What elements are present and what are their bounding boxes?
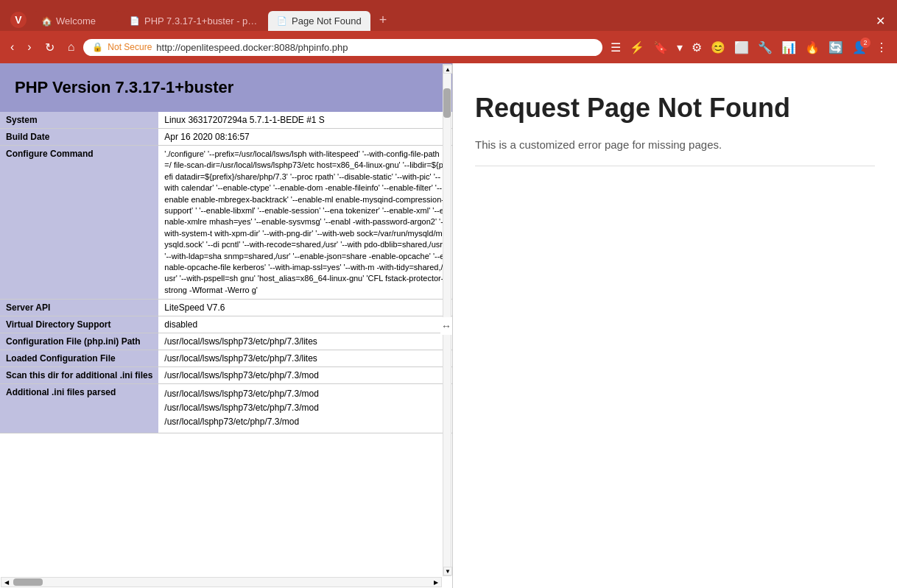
tab-phpinfo[interactable]: 📄 PHP 7.3.17-1+buster - ph... xyxy=(121,11,268,31)
browser-content: PHP Version 7.3.17-1+buster System Linux… xyxy=(0,63,897,588)
table-cell-label: System xyxy=(0,112,158,129)
table-cell-label: Loaded Configuration File xyxy=(0,350,158,367)
resize-handle[interactable]: ↔ xyxy=(440,317,452,335)
welcome-tab-icon: 🏠 xyxy=(41,16,52,26)
error-divider xyxy=(475,166,875,166)
bookmark-dropdown-icon[interactable]: ▾ xyxy=(673,38,686,57)
browser-window: V 🏠 Welcome 📄 PHP 7.3.17-1+buster - ph..… xyxy=(0,0,897,588)
tab-bar: V 🏠 Welcome 📄 PHP 7.3.17-1+buster - ph..… xyxy=(0,0,897,31)
menu-toolbar-icon[interactable]: ☰ xyxy=(607,38,625,57)
table-cell-label: Additional .ini files parsed xyxy=(0,384,158,433)
refresh-button[interactable]: ↻ xyxy=(41,38,59,57)
browser-menu-button[interactable]: V xyxy=(4,9,32,31)
notfound-tab-icon: 📄 xyxy=(277,16,287,26)
bookmark-icon[interactable]: 🔖 xyxy=(650,38,672,57)
tab-welcome[interactable]: 🏠 Welcome xyxy=(32,11,121,31)
table-row: Additional .ini files parsed /usr/local/… xyxy=(0,384,452,433)
address-bar: ‹ › ↻ ⌂ 🔒 Not Secure http://openlitespee… xyxy=(0,31,897,63)
table-cell-value: /usr/local/lsws/lsphp73/etc/php/7.3/lite… xyxy=(158,333,452,350)
screenshots-icon[interactable]: ⬜ xyxy=(731,38,753,57)
address-input-container[interactable]: 🔒 Not Secure http://openlitespeed.docker… xyxy=(83,39,602,56)
table-row: Loaded Configuration File /usr/local/lsw… xyxy=(0,350,452,367)
settings-icon[interactable]: ⚙ xyxy=(688,38,706,57)
scroll-up-arrow[interactable]: ▲ xyxy=(443,65,452,74)
profile-icon[interactable]: 👤 2 xyxy=(848,38,870,57)
sync-icon[interactable]: 🔄 xyxy=(825,38,847,57)
php-info-table: System Linux 36317207294a 5.7.1-1-BEDE #… xyxy=(0,112,452,433)
table-row: Scan this dir for additional .ini files … xyxy=(0,367,452,384)
forward-button[interactable]: › xyxy=(23,38,35,57)
table-cell-value: LiteSpeed V7.6 xyxy=(158,300,452,316)
table-cell-value: Apr 16 2020 08:16:57 xyxy=(158,129,452,146)
table-cell-value: disabled xyxy=(158,316,452,333)
php-version-title: PHP Version 7.3.17-1+buster xyxy=(15,78,437,97)
extensions-icon[interactable]: 🔧 xyxy=(754,38,776,57)
scroll-down-arrow[interactable]: ▼ xyxy=(443,567,452,575)
table-cell-value: /usr/local/lsws/lsphp73/etc/php/7.3/mod xyxy=(158,367,452,384)
error-page-title: Request Page Not Found xyxy=(475,93,875,124)
tab-notfound[interactable]: 📄 Page Not Found xyxy=(268,11,370,31)
back-button[interactable]: ‹ xyxy=(6,38,18,57)
table-cell-label: Build Date xyxy=(0,129,158,146)
lightning-icon[interactable]: ⚡ xyxy=(626,38,648,57)
fire-icon[interactable]: 🔥 xyxy=(801,38,823,57)
table-row: Server API LiteSpeed V7.6 xyxy=(0,300,452,316)
left-pane-phpinfo: PHP Version 7.3.17-1+buster System Linux… xyxy=(0,63,453,588)
table-row: Build Date Apr 16 2020 08:16:57 xyxy=(0,129,452,146)
close-window-button[interactable]: ✕ xyxy=(868,11,893,31)
php-header: PHP Version 7.3.17-1+buster xyxy=(0,63,452,112)
table-cell-value: /usr/local/lsws/lsphp73/etc/php/7.3/lite… xyxy=(158,350,452,367)
error-page-description: This is a customized error page for miss… xyxy=(475,138,875,151)
table-row: Virtual Directory Support disabled xyxy=(0,316,452,333)
phpinfo-scroll-container[interactable]: PHP Version 7.3.17-1+buster System Linux… xyxy=(0,63,452,588)
right-pane-error: Request Page Not Found This is a customi… xyxy=(453,63,897,588)
more-icon[interactable]: ⋮ xyxy=(872,38,891,57)
emoji-icon[interactable]: 😊 xyxy=(707,38,729,57)
php-info: PHP Version 7.3.17-1+buster System Linux… xyxy=(0,63,452,433)
table-cell-label: Server API xyxy=(0,300,158,316)
tab-welcome-label: Welcome xyxy=(56,15,112,26)
tab-notfound-label: Page Not Found xyxy=(292,15,362,26)
table-cell-value: Linux 36317207294a 5.7.1-1-BEDE #1 S xyxy=(158,112,452,129)
table-cell-label: Virtual Directory Support xyxy=(0,316,158,333)
table-cell-value-configure: './configure' '--prefix=/usr/local/lsws/… xyxy=(158,146,452,300)
table-cell-label: Scan this dir for additional .ini files xyxy=(0,367,158,384)
security-text: Not Secure xyxy=(108,42,152,52)
horizontal-scrollbar[interactable]: ◀ ▶ xyxy=(1,577,442,587)
toolbar-icons: ☰ ⚡ 🔖 ▾ ⚙ 😊 ⬜ 🔧 📊 🔥 🔄 👤 2 ⋮ xyxy=(607,38,891,57)
table-row: Configuration File (php.ini) Path /usr/l… xyxy=(0,333,452,350)
new-tab-button[interactable]: + xyxy=(373,10,393,31)
table-cell-label: Configure Command xyxy=(0,146,158,300)
scrollbar-thumb-v[interactable] xyxy=(443,88,451,118)
table-cell-label: Configuration File (php.ini) Path xyxy=(0,333,158,350)
scroll-right-arrow[interactable]: ▶ xyxy=(431,578,441,587)
stats-icon[interactable]: 📊 xyxy=(778,38,800,57)
scrollbar-thumb-h[interactable] xyxy=(13,578,43,586)
notification-badge: 2 xyxy=(860,38,870,48)
scroll-left-arrow[interactable]: ◀ xyxy=(1,578,12,587)
table-row: Configure Command './configure' '--prefi… xyxy=(0,146,452,300)
address-url[interactable]: http://openlitespeed.docker:8088/phpinfo… xyxy=(156,42,594,53)
table-cell-value: /usr/local/lsws/lsphp73/etc/php/7.3/mod/… xyxy=(158,384,452,433)
tab-phpinfo-label: PHP 7.3.17-1+buster - ph... xyxy=(144,15,259,26)
table-row: System Linux 36317207294a 5.7.1-1-BEDE #… xyxy=(0,112,452,129)
phpinfo-tab-icon: 📄 xyxy=(130,16,140,26)
security-icon: 🔒 xyxy=(92,42,103,52)
vivaldi-logo: V xyxy=(10,12,27,28)
home-button[interactable]: ⌂ xyxy=(63,38,80,57)
